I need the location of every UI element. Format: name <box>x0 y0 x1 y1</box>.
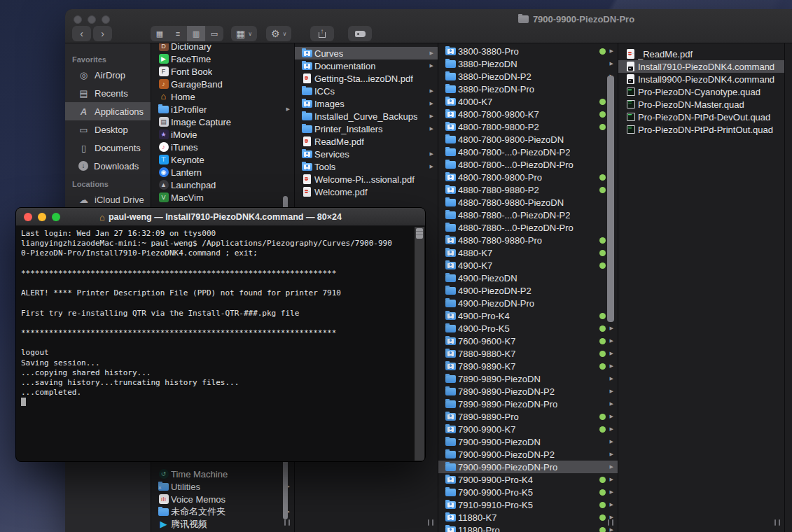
folder-row-4880-7880-9880-p2[interactable]: 4880-7880-9880-P2▶ <box>438 183 618 196</box>
folder-row-4800-7800-0-piezodn-pro[interactable]: 4800-7800-...0-PiezoDN-Pro▶ <box>438 158 618 171</box>
app-row-image-capture[interactable]: ▤Image Capture <box>151 115 294 128</box>
folder-row-3800-3880-pro[interactable]: 3800-3880-Pro▶ <box>438 45 618 57</box>
finder-titlebar[interactable]: 7900-9900-PiezoDN-Pro ‹ › ▦≡▥▭ ▦ ∨ ⚙ ∨ ↑ <box>65 9 792 43</box>
file-row-pro-piezodn-ptpd-devout-quad[interactable]: Pro-PiezoDN-PtPd-DevOut.quad <box>618 111 784 123</box>
terminal-titlebar[interactable]: ⌂ paul-weng — Install7910-PiezoDNK4.comm… <box>16 208 425 226</box>
file-row-installed-curve-backups[interactable]: Installed_Curve_Backups▶ <box>294 110 438 122</box>
app-row-itunes[interactable]: ♪iTunes <box>151 141 294 153</box>
folder-row-4880-7880-9880-piezodn[interactable]: 4880-7880-9880-PiezoDN▶ <box>438 196 618 209</box>
folder-row-7900-9900-piezodn-p2[interactable]: 7900-9900-PiezoDN-P2▶ <box>438 448 618 461</box>
app-row-keynote[interactable]: ⊤Keynote <box>151 153 294 166</box>
tag-button[interactable] <box>348 26 372 41</box>
file-row-pro-piezodn-master-quad[interactable]: Pro-PiezoDN-Master.quad <box>618 98 784 111</box>
column-resize-handle[interactable] <box>774 519 780 526</box>
finder-close-button[interactable] <box>74 15 82 24</box>
forward-button[interactable]: › <box>93 26 112 41</box>
folder-row-7600-9600-k7[interactable]: 7600-9600-K7▶ <box>438 335 618 347</box>
file-row-install7910-piezodnk4-command[interactable]: Install7910-PiezoDNK4.command <box>618 60 784 73</box>
file-row-curves[interactable]: Curves▶ <box>294 47 438 59</box>
back-button[interactable]: ‹ <box>72 26 91 41</box>
folder-row-4900-pro-k5[interactable]: 4900-Pro-K5▶ <box>438 322 618 335</box>
folder-row-7900-9900-pro-k4[interactable]: 7900-9900-Pro-K4▶ <box>438 473 618 486</box>
folder-row-4800-7800-9800-k7[interactable]: 4800-7800-9800-K7▶ <box>438 108 618 120</box>
icon-view-button[interactable]: ▦ <box>151 26 169 41</box>
terminal-close-button[interactable] <box>24 213 32 221</box>
folder-row-4900-piezodn[interactable]: 4900-PiezoDN▶ <box>438 272 618 284</box>
app-row-lantern[interactable]: ◉Lantern <box>151 166 294 178</box>
app-row-imovie[interactable]: ★iMovie <box>151 128 294 141</box>
app-row-item[interactable]: ▶腾讯视频 <box>151 518 294 531</box>
folder-row-7900-9900-k7[interactable]: 7900-9900-K7▶ <box>438 423 618 435</box>
folder-row-4800-7800-0-piezodn-p2[interactable]: 4800-7800-...0-PiezoDN-P2▶ <box>438 146 618 158</box>
folder-row-11880-k7[interactable]: 11880-K7▶ <box>438 511 618 524</box>
finder-minimize-button[interactable] <box>88 15 96 24</box>
terminal-zoom-button[interactable] <box>52 213 60 221</box>
finder-zoom-button[interactable] <box>102 15 110 24</box>
gallery-view-button[interactable]: ▭ <box>205 26 223 41</box>
file-row-printer-installers[interactable]: Printer_Installers▶ <box>294 122 438 135</box>
terminal-output[interactable]: Last login: Wed Jan 27 16:32:09 on ttys0… <box>16 226 414 461</box>
folder-row-3880-piezodn-pro[interactable]: 3880-PiezoDN-Pro▶ <box>438 83 618 95</box>
folder-row-4880-7880-0-piezodn-p2[interactable]: 4880-7880-...0-PiezoDN-P2▶ <box>438 209 618 221</box>
file-row-documentation[interactable]: Documentation▶ <box>294 59 438 72</box>
sidebar-item-airdrop[interactable]: ◎AirDrop <box>65 66 151 84</box>
file-row-welcome-pi-ssional-pdf[interactable]: Welcome-Pi...ssional.pdf <box>294 173 438 186</box>
app-row-macvim[interactable]: VMacVim <box>151 191 294 204</box>
file-row-images[interactable]: Images▶ <box>294 97 438 110</box>
sidebar-item-downloads[interactable]: ↓Downloads <box>65 157 151 175</box>
folder-row-4800-7800-9800-pro[interactable]: 4800-7800-9800-Pro▶ <box>438 171 618 183</box>
file-row-pro-piezodn-cyanotype-quad[interactable]: Pro-PiezoDN-Cyanotype.quad <box>618 85 784 98</box>
column-view-button[interactable]: ▥ <box>187 26 205 41</box>
group-by-button[interactable]: ▦ ∨ <box>231 26 257 41</box>
folder-row-4880-7880-0-piezodn-pro[interactable]: 4880-7880-...0-PiezoDN-Pro▶ <box>438 221 618 234</box>
terminal-scrollbar-track[interactable] <box>415 227 424 461</box>
curves-column-scrollbar[interactable] <box>607 76 614 322</box>
terminal-minimize-button[interactable] <box>38 213 46 221</box>
folder-row-4900-k7[interactable]: 4900-K7▶ <box>438 259 618 272</box>
folder-row-4880-k7[interactable]: 4880-K7▶ <box>438 246 618 259</box>
file-row-readme-pdf[interactable]: ReadMe.pdf <box>294 135 438 148</box>
app-row-font-book[interactable]: FFont Book <box>151 65 294 78</box>
folder-row-7890-9890-k7[interactable]: 7890-9890-K7▶ <box>438 360 618 372</box>
folder-row-4900-pro-k4[interactable]: 4900-Pro-K4▶ <box>438 309 618 322</box>
file-row-services[interactable]: Services▶ <box>294 148 438 160</box>
folder-row-7880-9880-k7[interactable]: 7880-9880-K7▶ <box>438 347 618 360</box>
file-row-install9900-piezodnk4-command[interactable]: Install9900-PiezoDNK4.command <box>618 73 784 85</box>
file-row-pro-piezodn-ptpd-printout-quad[interactable]: Pro-PiezoDN-PtPd-PrintOut.quad <box>618 123 784 136</box>
sidebar-item-applications[interactable]: AApplications <box>65 102 151 120</box>
folder-row-7900-9900-piezodn-pro[interactable]: 7900-9900-PiezoDN-Pro▶ <box>438 461 618 473</box>
folder-row-7910-9910-pro-k5[interactable]: 7910-9910-Pro-K5▶ <box>438 498 618 511</box>
sidebar-item-desktop[interactable]: ▭Desktop <box>65 120 151 139</box>
folder-row-4900-piezodn-pro[interactable]: 4900-PiezoDN-Pro▶ <box>438 297 618 309</box>
list-view-button[interactable]: ≡ <box>169 26 187 41</box>
sidebar-item-recents[interactable]: ▤Recents <box>65 84 151 102</box>
folder-row-4800-7800-9800-piezodn[interactable]: 4800-7800-9800-PiezoDN▶ <box>438 133 618 146</box>
app-row-home[interactable]: ⌂Home <box>151 90 294 103</box>
file-row-welcome-pdf[interactable]: Welcome.pdf <box>294 186 438 198</box>
app-row-dictionary[interactable]: DDictionary <box>151 43 294 52</box>
folder-row-7890-9890-piezodn-pro[interactable]: 7890-9890-PiezoDN-Pro▶ <box>438 398 618 410</box>
view-mode-segmented-control[interactable]: ▦≡▥▭ <box>151 26 223 41</box>
file-row-readme-pdf[interactable]: _ReadMe.pdf <box>618 48 784 60</box>
file-row-iccs[interactable]: ICCs▶ <box>294 85 438 97</box>
app-row-garageband[interactable]: ♪GarageBand <box>151 78 294 90</box>
folder-row-7890-9890-piezodn[interactable]: 7890-9890-PiezoDN▶ <box>438 372 618 385</box>
folder-row-4880-7880-9880-pro[interactable]: 4880-7880-9880-Pro▶ <box>438 234 618 246</box>
action-button[interactable]: ⚙ ∨ <box>266 26 291 41</box>
sidebar-item-icloud-drive[interactable]: ☁iCloud Drive <box>65 190 151 209</box>
folder-row-4000-k7[interactable]: 4000-K7▶ <box>438 95 618 108</box>
app-row-launchpad[interactable]: ▲Launchpad <box>151 178 294 191</box>
folder-row-4900-piezodn-p2[interactable]: 4900-PiezoDN-P2▶ <box>438 284 618 297</box>
column-resize-handle[interactable] <box>428 519 433 526</box>
folder-row-4800-7800-9800-p2[interactable]: 4800-7800-9800-P2▶ <box>438 120 618 133</box>
folder-row-3880-piezodn-p2[interactable]: 3880-PiezoDN-P2▶ <box>438 70 618 83</box>
app-row-facetime[interactable]: ▶FaceTime <box>151 52 294 65</box>
folder-row-7890-9890-piezodn-p2[interactable]: 7890-9890-PiezoDN-P2▶ <box>438 385 618 398</box>
sidebar-item-documents[interactable]: ▯Documents <box>65 139 151 157</box>
app-row-utilities[interactable]: ×Utilities▶ <box>151 480 294 493</box>
folder-row-7900-9900-pro-k5[interactable]: 7900-9900-Pro-K5▶ <box>438 486 618 498</box>
folder-row-7900-9900-piezodn[interactable]: 7900-9900-PiezoDN▶ <box>438 435 618 448</box>
app-row-item[interactable]: 未命名文件夹▶ <box>151 505 294 518</box>
terminal-scrollbar-thumb[interactable] <box>416 228 423 239</box>
file-row-getting-sta-iezodn-pdf[interactable]: Getting-Sta...iezoDN.pdf <box>294 72 438 85</box>
